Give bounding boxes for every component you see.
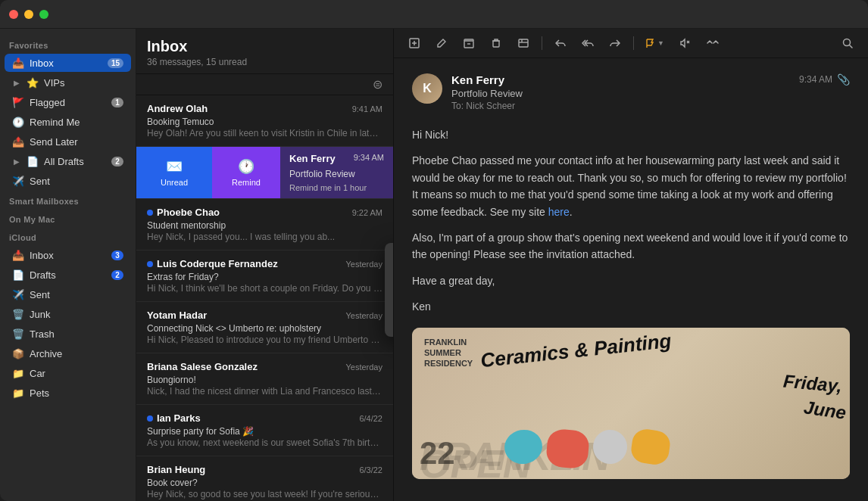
compose-button[interactable] xyxy=(430,33,453,53)
reply-all-icon xyxy=(582,37,594,49)
message-sender: Phoebe Chao xyxy=(147,207,220,218)
sidebar-item-inbox[interactable]: 📥 Inbox 15 xyxy=(5,54,131,72)
message-preview: Hey Olah! Are you still keen to visit Kr… xyxy=(147,128,382,138)
message-header: Briana Salese Gonzalez Yesterday xyxy=(147,361,382,372)
sidebar-item-label: Flagged xyxy=(30,97,106,108)
mute-button[interactable] xyxy=(673,33,696,53)
remind-dropdown: Remind me in 1 hour Remind me Tonight Re… xyxy=(385,243,393,337)
sidebar-item-label: Pets xyxy=(30,387,123,399)
swipe-remind-button[interactable]: 🕐 Remind xyxy=(212,147,280,198)
swipe-unread-button[interactable]: ✉️ Unread xyxy=(136,147,212,198)
message-sender: Brian Heung xyxy=(147,464,205,475)
message-header: Phoebe Chao 9:22 AM xyxy=(147,207,382,218)
message-subject: Book cover? xyxy=(147,478,382,488)
message-preview: Hey Nick, I passed you... I was telling … xyxy=(147,232,382,242)
remind-tonight[interactable]: Remind me Tonight xyxy=(385,268,393,290)
pencil-icon xyxy=(436,37,448,49)
message-preview: Hey Nick, so good to see you last week! … xyxy=(147,489,382,499)
close-button[interactable] xyxy=(9,10,18,19)
sidebar-item-icloud-pets[interactable]: 📁 Pets xyxy=(5,384,131,402)
filter-icon[interactable]: ⊜ xyxy=(373,77,382,92)
message-subject: Student mentorship xyxy=(147,220,382,231)
sidebar-item-sent[interactable]: ✈️ Sent xyxy=(5,172,131,190)
message-subject: Booking Temuco xyxy=(147,117,382,127)
forward-button[interactable] xyxy=(604,33,626,53)
sidebar-item-label: Trash xyxy=(30,328,123,340)
message-item-ian[interactable]: Ian Parks 6/4/22 Surprise party for Sofi… xyxy=(136,405,393,456)
icloud-trash-icon: 🗑️ xyxy=(12,328,24,340)
message-subject: Surprise party for Sofia 🎉 xyxy=(147,426,382,437)
vips-disclosure-icon: ▶ xyxy=(12,79,21,87)
sidebar-item-icloud-sent[interactable]: ✈️ Sent xyxy=(5,285,131,303)
message-time: 9:41 AM xyxy=(352,104,382,114)
remind-tomorrow[interactable]: Remind me Tomorrow xyxy=(385,290,393,312)
window-content: Favorites 📥 Inbox 15 ▶ ⭐ VIPs 🚩 Flagged … xyxy=(0,29,868,501)
sidebar-item-icloud-car[interactable]: 📁 Car xyxy=(5,364,131,382)
art-franklin-label: FRANKLIN SUMMER RESIDENCY xyxy=(424,337,473,369)
sidebar-item-vips[interactable]: ▶ ⭐ VIPs xyxy=(5,73,131,92)
sidebar-item-icloud-archive[interactable]: 📦 Archive xyxy=(5,344,131,363)
body-para2: Also, I'm part of a group show that's op… xyxy=(412,229,850,263)
delete-button[interactable] xyxy=(485,33,507,53)
sidebar-item-all-drafts[interactable]: ▶ 📄 All Drafts 2 xyxy=(5,152,131,170)
message-item-andrew[interactable]: Andrew Olah 9:41 AM Booking Temuco Hey O… xyxy=(136,95,393,147)
sidebar-item-remind-me[interactable]: 🕐 Remind Me xyxy=(5,113,131,131)
inbox-icon: 📥 xyxy=(12,57,24,69)
vips-icon: ⭐ xyxy=(27,76,39,89)
titlebar xyxy=(0,0,868,29)
sidebar-item-flagged[interactable]: 🚩 Flagged 1 xyxy=(5,93,131,111)
message-time: Yesterday xyxy=(345,311,382,320)
icloud-drafts-icon: 📄 xyxy=(12,269,24,281)
more-button[interactable] xyxy=(701,33,723,53)
message-sender: Briana Salese Gonzalez xyxy=(147,361,258,372)
search-button[interactable] xyxy=(836,33,859,53)
sidebar-item-icloud-drafts[interactable]: 📄 Drafts 2 xyxy=(5,266,131,284)
message-preview: Hi Nick, Pleased to introduce you to my … xyxy=(147,335,382,345)
move-junk-button[interactable] xyxy=(512,33,535,53)
icloud-inbox-badge: 3 xyxy=(111,250,123,260)
message-time: Yesterday xyxy=(345,363,382,372)
email-to: To: Nick Scheer xyxy=(451,101,790,111)
art-shapes-row xyxy=(504,430,670,468)
reply-icon xyxy=(554,37,567,49)
drafts-icon: 📄 xyxy=(27,155,39,167)
unread-icon: ✉️ xyxy=(166,158,183,175)
email-time-block: 9:34 AM 📎 xyxy=(799,73,850,86)
message-sender: Yotam Hadar xyxy=(147,310,207,321)
svg-rect-6 xyxy=(519,39,528,47)
sidebar-item-send-later[interactable]: 📤 Send Later xyxy=(5,132,131,151)
reply-button[interactable] xyxy=(549,33,572,53)
sidebar-item-icloud-junk[interactable]: 🗑️ Junk xyxy=(5,305,131,323)
remind-1-hour[interactable]: Remind me in 1 hour xyxy=(385,246,393,268)
message-item-phoebe[interactable]: Phoebe Chao 9:22 AM Student mentorship H… xyxy=(136,199,393,250)
maximize-button[interactable] xyxy=(39,10,48,19)
inbox-title: Inbox xyxy=(147,38,382,55)
flag-button[interactable]: ▼ xyxy=(641,36,669,51)
archive-button[interactable] xyxy=(457,33,480,53)
swipe-ken-ferry-item[interactable]: Ken Ferry 9:34 AM Portfolio Review Remin… xyxy=(280,147,393,198)
sidebar-item-icloud-inbox[interactable]: 📥 Inbox 3 xyxy=(5,246,131,264)
sidebar-item-icloud-trash[interactable]: 🗑️ Trash xyxy=(5,325,131,343)
message-item-luis[interactable]: Luis Coderque Fernandez Yesterday Extras… xyxy=(136,250,393,302)
sidebar-item-label: Remind Me xyxy=(30,117,123,128)
message-sender: Andrew Olah xyxy=(147,103,208,114)
icloud-inbox-icon: 📥 xyxy=(12,249,24,261)
art-number: 22 xyxy=(420,435,455,471)
icloud-drafts-badge: 2 xyxy=(111,270,123,280)
message-time: 9:22 AM xyxy=(352,208,382,217)
inbox-subtitle: 36 messages, 15 unread xyxy=(147,57,382,67)
email-header: K Ken Ferry Portfolio Review To: Nick Sc… xyxy=(412,73,850,111)
remind-later[interactable]: Remind me Later... xyxy=(385,312,393,334)
message-item-yotam[interactable]: Yotam Hadar Yesterday Connecting Nick <>… xyxy=(136,302,393,353)
message-header: Yotam Hadar Yesterday xyxy=(147,310,382,321)
svg-rect-5 xyxy=(493,41,499,47)
minimize-button[interactable] xyxy=(24,10,33,19)
site-link[interactable]: here xyxy=(548,206,570,218)
new-message-button[interactable] xyxy=(403,33,426,53)
compose-icon xyxy=(408,37,420,49)
message-item-brian[interactable]: Brian Heung 6/3/22 Book cover? Hey Nick,… xyxy=(136,456,393,501)
reply-all-button[interactable] xyxy=(576,33,599,53)
ken-ferry-subject: Portfolio Review xyxy=(289,169,355,179)
message-item-briana[interactable]: Briana Salese Gonzalez Yesterday Buongio… xyxy=(136,353,393,405)
art-label3: RESIDENCY xyxy=(424,358,473,369)
